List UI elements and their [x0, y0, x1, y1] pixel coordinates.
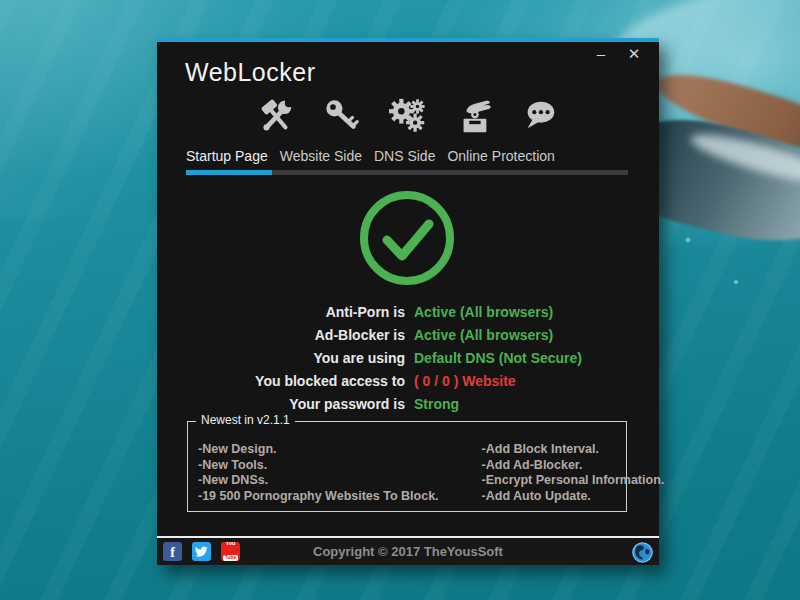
app-window: – ✕ WebLocker: [157, 38, 659, 565]
twitter-bird-glyph: [195, 546, 208, 557]
close-button[interactable]: ✕: [624, 44, 644, 64]
footer: f YouTube Copyright © 2017 TheYousSoft: [157, 536, 659, 565]
changelog-left-column: -New Design. -New Tools. -New DNSs. -19 …: [198, 442, 439, 504]
status-row-dns: You are using Default DNS (Not Secure): [157, 346, 659, 369]
status-label: You blocked access to: [157, 373, 405, 389]
status-value: Default DNS (Not Secure): [414, 350, 582, 366]
feedback-button[interactable]: [521, 96, 559, 136]
status-row-adblocker: Ad-Blocker is Active (All browsers): [157, 323, 659, 346]
facebook-icon[interactable]: f: [163, 542, 182, 561]
youtube-icon[interactable]: YouTube: [221, 542, 240, 561]
twitter-icon[interactable]: [192, 542, 211, 561]
changelog-item: -19 500 Pornography Websites To Block.: [198, 489, 439, 505]
status-row-blocked: You blocked access to ( 0 / 0 ) Website: [157, 369, 659, 392]
window-controls: – ✕: [591, 44, 644, 64]
donate-icon: [455, 97, 493, 135]
titlebar-accent-strip: [157, 38, 659, 42]
status-label: Ad-Blocker is: [157, 327, 405, 343]
tab-underline-track: [186, 170, 628, 175]
changelog-columns: -New Design. -New Tools. -New DNSs. -19 …: [188, 422, 626, 504]
tools-icon: [257, 97, 295, 135]
key-button[interactable]: [323, 96, 361, 136]
checkmark-icon: [357, 188, 457, 288]
settings-button[interactable]: [389, 96, 427, 136]
facebook-f-glyph: f: [170, 545, 175, 561]
key-icon: [323, 97, 361, 135]
status-summary: Anti-Porn is Active (All browsers) Ad-Bl…: [157, 300, 659, 415]
tab-website-side[interactable]: Website Side: [280, 148, 362, 164]
changelog-legend: Newest in v2.1.1: [196, 413, 295, 427]
status-value: ( 0 / 0 ) Website: [414, 373, 516, 389]
gears-icon: [389, 97, 427, 135]
globe-icon[interactable]: [632, 542, 653, 563]
globe-glyph: [632, 542, 653, 563]
changelog-item: -New Design.: [198, 442, 439, 458]
changelog-item: -New DNSs.: [198, 473, 439, 489]
minimize-button[interactable]: –: [591, 44, 611, 64]
protection-status-check: [357, 188, 457, 288]
status-label: You are using: [157, 350, 405, 366]
changelog-item: -Encrypt Personal Information.: [482, 473, 665, 489]
youtube-logo-glyph: YouTube: [223, 542, 239, 561]
social-links: f YouTube: [163, 542, 240, 561]
tools-button[interactable]: [257, 96, 295, 136]
tab-bar: Startup Page Website Side DNS Side Onlin…: [186, 148, 555, 164]
status-value: Strong: [414, 396, 459, 412]
status-value: Active (All browsers): [414, 327, 553, 343]
active-tab-indicator: [186, 170, 272, 175]
tab-online-protection[interactable]: Online Protection: [447, 148, 554, 164]
status-value: Active (All browsers): [414, 304, 553, 320]
app-title: WebLocker: [185, 58, 316, 87]
chat-icon: [521, 97, 559, 135]
donate-button[interactable]: [455, 96, 493, 136]
changelog-box: Newest in v2.1.1 -New Design. -New Tools…: [187, 421, 627, 512]
changelog-item: -Add Ad-Blocker.: [482, 458, 665, 474]
status-label: Your password is: [157, 396, 405, 412]
status-row-antiporn: Anti-Porn is Active (All browsers): [157, 300, 659, 323]
tab-dns-side[interactable]: DNS Side: [374, 148, 435, 164]
changelog-item: -Add Block Interval.: [482, 442, 665, 458]
toolbar: [157, 96, 659, 136]
changelog-item: -New Tools.: [198, 458, 439, 474]
status-row-password: Your password is Strong: [157, 392, 659, 415]
changelog-item: -Add Auto Update.: [482, 489, 665, 505]
tab-startup-page[interactable]: Startup Page: [186, 148, 268, 164]
changelog-right-column: -Add Block Interval. -Add Ad-Blocker. -E…: [482, 442, 665, 504]
status-label: Anti-Porn is: [157, 304, 405, 320]
